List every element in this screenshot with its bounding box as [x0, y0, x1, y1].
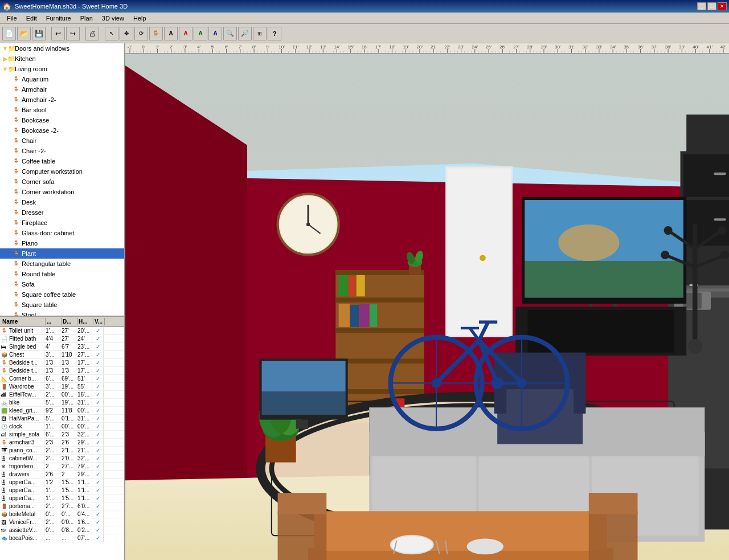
- tree-item-square-coffee-table[interactable]: 🪑Square coffee table: [0, 289, 124, 300]
- tree-item-coffee-table[interactable]: 🪑Coffee table: [0, 156, 124, 166]
- table-row[interactable]: 🗄cabinetW...2'...2'0...32'...✓: [0, 455, 124, 463]
- toolbar-text[interactable]: A: [164, 27, 178, 40]
- table-row[interactable]: ❄frigorifero227'...79'...✓: [0, 463, 124, 471]
- tree-item-kitchen[interactable]: ▶📁Kitchen: [0, 54, 124, 64]
- cell-visibility[interactable]: ✓: [92, 343, 104, 350]
- tree-item-living-room[interactable]: ▼📁Living room: [0, 64, 124, 74]
- tree-item-rectangular-table[interactable]: 🪑Rectangular table: [0, 259, 124, 269]
- toolbar-print[interactable]: 🖨: [85, 27, 99, 40]
- close-button[interactable]: ✕: [718, 2, 727, 10]
- toolbar-save[interactable]: 💾: [32, 27, 46, 40]
- cell-visibility[interactable]: ✓: [92, 423, 104, 430]
- cell-visibility[interactable]: ✓: [92, 431, 104, 438]
- tree-item-bookcase[interactable]: 🪑Bookcase: [0, 115, 124, 125]
- toolbar-open[interactable]: 📂: [17, 27, 31, 40]
- table-row[interactable]: 🎹piano_co...2'...2'1...21'...✓: [0, 447, 124, 455]
- cell-visibility[interactable]: ✓: [92, 351, 104, 358]
- cell-visibility[interactable]: ✓: [92, 510, 104, 518]
- minimize-button[interactable]: _: [697, 2, 706, 10]
- toolbar-furniture[interactable]: 🪑: [149, 27, 163, 40]
- cell-visibility[interactable]: ✓: [92, 479, 104, 486]
- table-row[interactable]: 🚲bike5'...19'...31'...✓: [0, 399, 124, 407]
- tree-item-aquarium[interactable]: 🪑Aquarium: [0, 74, 124, 84]
- menu-item-edit[interactable]: Edit: [22, 14, 42, 23]
- table-row[interactable]: 🏙EiffelTow...2'...00'...16'...✓: [0, 391, 124, 399]
- table-row[interactable]: 🟩kleed_gri...9'211'800'...✓: [0, 407, 124, 415]
- toolbar-pan[interactable]: ✥: [120, 27, 133, 40]
- table-row[interactable]: 🛁Fitted bath4'427'24'✓: [0, 335, 124, 343]
- cell-visibility[interactable]: ✓: [92, 518, 104, 526]
- tree-item-sofa[interactable]: 🪑Sofa: [0, 279, 124, 289]
- cell-visibility[interactable]: ✓: [92, 415, 104, 422]
- toolbar-zoom-in[interactable]: 🔎: [238, 27, 252, 40]
- cell-visibility[interactable]: ✓: [92, 383, 104, 390]
- table-row[interactable]: 🕐clock1'...00'...00'...✓: [0, 423, 124, 431]
- tree-item-computer-workstation[interactable]: 🪑Computer workstation: [0, 166, 124, 177]
- toolbar-redo[interactable]: ↪: [66, 27, 80, 40]
- toolbar-zoom-fit[interactable]: ⊞: [253, 27, 267, 40]
- cell-visibility[interactable]: ✓: [92, 439, 104, 446]
- cell-visibility[interactable]: ✓: [92, 463, 104, 470]
- toolbar-text4[interactable]: A: [208, 27, 222, 40]
- cell-visibility[interactable]: ✓: [92, 447, 104, 454]
- table-row[interactable]: 🐟bocaPois.........07'...✓: [0, 534, 124, 542]
- toolbar-undo[interactable]: ↩: [51, 27, 65, 40]
- tree-item-plant[interactable]: 🪑Plant: [0, 248, 124, 259]
- table-row[interactable]: 🪑Bedside t...1'31'317'...✓: [0, 367, 124, 375]
- cell-visibility[interactable]: ✓: [92, 327, 104, 334]
- table-row[interactable]: 🚪Wardrobe3'...19'...55'✓: [0, 383, 124, 391]
- cell-visibility[interactable]: ✓: [92, 399, 104, 406]
- cell-visibility[interactable]: ✓: [92, 526, 104, 534]
- tree-item-doors-and-windows[interactable]: ▼📁Doors and windows: [0, 43, 124, 54]
- menu-item-3d-view[interactable]: 3D view: [97, 14, 129, 23]
- toolbar-new[interactable]: 📄: [2, 27, 16, 40]
- tree-item-chair[interactable]: 🪑Chair: [0, 136, 124, 146]
- cell-visibility[interactable]: ✓: [92, 407, 104, 414]
- cell-visibility[interactable]: ✓: [92, 391, 104, 398]
- tree-item-square-table[interactable]: 🪑Square table: [0, 300, 124, 310]
- table-row[interactable]: 🖼VeniceFr...2'...0'0...1'6...✓: [0, 518, 124, 526]
- tree-item-armchair--2-[interactable]: 🪑Armchair -2-: [0, 95, 124, 105]
- menu-item-plan[interactable]: Plan: [76, 14, 97, 23]
- toolbar-zoom-out[interactable]: 🔍: [223, 27, 237, 40]
- table-row[interactable]: 🛏Single bed4'6'723'...✓: [0, 343, 124, 351]
- tree-item-armchair[interactable]: 🪑Armchair: [0, 84, 124, 95]
- tree-item-desk[interactable]: 🪑Desk: [0, 197, 124, 207]
- cell-visibility[interactable]: ✓: [92, 487, 104, 494]
- tree-item-glass-door-cabinet[interactable]: 🪑Glass-door cabinet: [0, 228, 124, 238]
- tree-item-corner-workstation[interactable]: 🪑Corner workstation: [0, 187, 124, 197]
- cell-visibility[interactable]: ✓: [92, 367, 104, 374]
- tree-item-stool[interactable]: 🪑Stool: [0, 310, 124, 317]
- table-row[interactable]: 🗄upperCa...1'21'5...1'1...✓: [0, 479, 124, 487]
- table-row[interactable]: 🪑armchair32'32'629'...✓: [0, 439, 124, 447]
- table-row[interactable]: 🗄upperCa...1'...1'5...1'1...✓: [0, 487, 124, 494]
- tree-item-chair--2-[interactable]: 🪑Chair -2-: [0, 146, 124, 156]
- table-row[interactable]: 🗄upperCa...1'...1'5...1'1...✓: [0, 494, 124, 502]
- cell-visibility[interactable]: ✓: [92, 335, 104, 342]
- cell-visibility[interactable]: ✓: [92, 375, 104, 382]
- tree-item-corner-sofa[interactable]: 🪑Corner sofa: [0, 177, 124, 187]
- furniture-list[interactable]: 🪑Toilet unit1'...27'20'...✓🛁Fitted bath4…: [0, 327, 124, 560]
- cell-visibility[interactable]: ✓: [92, 534, 104, 542]
- tree-item-bar-stool[interactable]: 🪑Bar stool: [0, 105, 124, 115]
- menu-item-file[interactable]: File: [2, 14, 22, 23]
- toolbar-text3[interactable]: A: [194, 27, 207, 40]
- menu-item-furniture[interactable]: Furniture: [42, 14, 76, 23]
- menu-item-help[interactable]: Help: [129, 14, 151, 23]
- tree-item-bookcase--2-[interactable]: 🪑Bookcase -2-: [0, 125, 124, 136]
- toolbar-select[interactable]: ↖: [105, 27, 118, 40]
- toolbar-text2[interactable]: A: [179, 27, 193, 40]
- tree-item-piano[interactable]: 🪑Piano: [0, 238, 124, 248]
- maximize-button[interactable]: □: [707, 2, 716, 10]
- table-row[interactable]: 🛋simple_sofa6'...2'332'...✓: [0, 431, 124, 439]
- 3d-view[interactable]: [125, 54, 729, 560]
- cell-visibility[interactable]: ✓: [92, 471, 104, 478]
- table-row[interactable]: 🖼HaiVanPa...5'...0'1...31'...✓: [0, 415, 124, 423]
- cell-visibility[interactable]: ✓: [92, 359, 104, 366]
- toolbar-rotate[interactable]: ⟳: [134, 27, 148, 40]
- table-row[interactable]: 🚪portema...2'...2'7...6'0...✓: [0, 502, 124, 510]
- table-row[interactable]: 📐Corner b...6'...69'...51'✓: [0, 375, 124, 383]
- tree-item-fireplace[interactable]: 🪑Fireplace: [0, 218, 124, 228]
- tree-item-round-table[interactable]: 🪑Round table: [0, 269, 124, 279]
- cell-visibility[interactable]: ✓: [92, 494, 104, 502]
